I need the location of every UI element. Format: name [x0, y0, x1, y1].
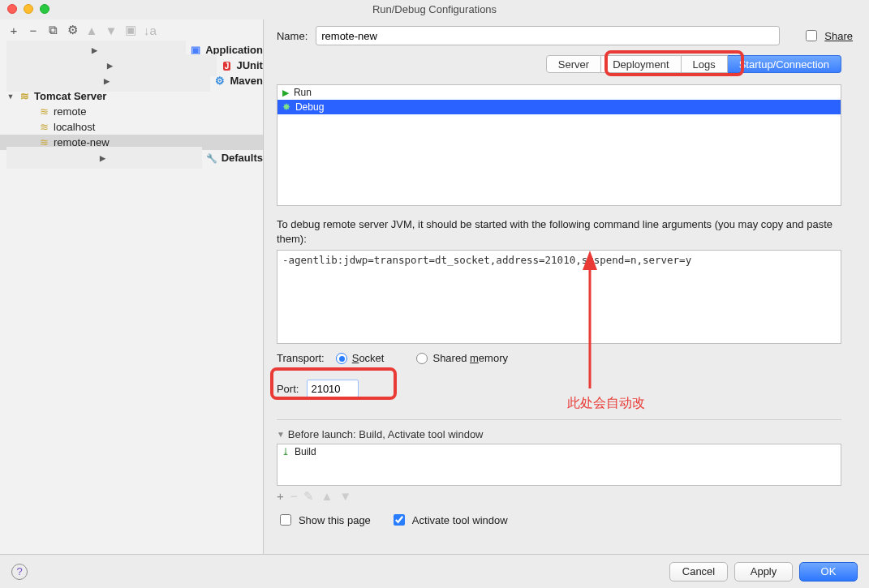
copy-icon[interactable]: ⧉	[45, 23, 60, 37]
help-icon[interactable]: ?	[11, 564, 28, 580]
tree-maven[interactable]: Maven	[0, 73, 263, 88]
tree-item-remote[interactable]: remote	[0, 104, 263, 119]
radio-icon	[336, 353, 347, 364]
chevron-right-icon	[6, 70, 210, 92]
show-page-checkbox[interactable]: Show this page	[277, 512, 371, 528]
sidebar-toolbar: + − ⧉ ⚙ ▲ ▼ ▣ ↓a	[0, 19, 263, 41]
radio-socket[interactable]: Socket	[336, 352, 385, 364]
port-input[interactable]	[307, 380, 359, 397]
tab-server[interactable]: Server	[546, 55, 601, 73]
tomcat-icon	[37, 121, 50, 133]
transport-label: Transport:	[277, 352, 325, 364]
share-checkbox[interactable]: Share	[802, 28, 853, 44]
tabs: Server Deployment Logs Startup/Connectio…	[546, 55, 841, 73]
ok-button[interactable]: OK	[799, 562, 858, 582]
tab-startup-connection[interactable]: Startup/Connection	[728, 55, 841, 73]
name-input[interactable]	[316, 26, 780, 45]
tab-deployment[interactable]: Deployment	[601, 55, 681, 73]
check-label: Activate tool window	[412, 514, 508, 526]
down-icon[interactable]: ▼	[104, 23, 118, 37]
tree-label: Defaults	[222, 152, 263, 164]
before-launch-label[interactable]: ▼ Before launch: Build, Activate tool wi…	[277, 428, 853, 440]
cancel-button[interactable]: Cancel	[669, 562, 728, 582]
radio-shared[interactable]: Shared memory	[416, 352, 508, 364]
window-title: Run/Debug Configurations	[0, 3, 869, 15]
radio-icon	[416, 353, 428, 364]
add-icon[interactable]: +	[277, 489, 284, 504]
details-panel: Name: Share Server Deployment Logs Start…	[264, 19, 869, 554]
add-icon[interactable]: +	[6, 23, 21, 37]
activate-tool-window-checkbox[interactable]: Activate tool window	[390, 512, 508, 528]
build-icon: ⤓	[282, 446, 290, 457]
up-icon[interactable]: ▲	[84, 23, 99, 37]
dialog-buttons: ? Cancel Apply OK	[0, 554, 869, 588]
config-tree[interactable]: Application JUnit Maven Tomcat Server re…	[0, 41, 263, 554]
tree-item-localhost[interactable]: localhost	[0, 119, 263, 135]
check-label: Show this page	[299, 514, 371, 526]
chevron-down-icon: ▼	[277, 430, 285, 439]
before-launch-list[interactable]: ⤓ Build	[277, 444, 841, 486]
tomcat-icon	[18, 90, 31, 102]
annotation-text: 此处会自动改	[567, 395, 645, 412]
port-label: Port:	[277, 383, 299, 395]
tree-label: Maven	[230, 75, 262, 87]
chevron-right-icon	[6, 147, 202, 169]
launch-mode-list[interactable]: ▶ Run ✸ Debug	[277, 84, 841, 206]
edit-icon[interactable]: ✎	[303, 489, 314, 504]
tree-label: remote	[54, 105, 86, 118]
apply-button[interactable]: Apply	[734, 562, 793, 582]
list-item: Build	[295, 446, 316, 457]
sort-icon[interactable]: ↓a	[143, 23, 157, 37]
args-description: To debug remote server JVM, it should be…	[277, 217, 853, 247]
maven-icon	[213, 75, 226, 87]
sidebar: + − ⧉ ⚙ ▲ ▼ ▣ ↓a Application JUnit	[0, 19, 264, 554]
tree-label: localhost	[54, 121, 95, 133]
jvm-args-box[interactable]: -agentlib:jdwp=transport=dt_socket,addre…	[277, 250, 841, 344]
settings-icon[interactable]: ⚙	[65, 23, 80, 37]
chevron-down-icon	[6, 92, 15, 101]
tree-label: Tomcat Server	[34, 90, 106, 102]
down-icon[interactable]: ▼	[339, 489, 351, 504]
list-label: Debug	[295, 101, 324, 113]
titlebar: Run/Debug Configurations	[0, 0, 869, 19]
tomcat-icon	[37, 105, 50, 118]
folder-icon[interactable]: ▣	[123, 23, 138, 37]
radio-label: ocket	[359, 352, 384, 364]
remove-icon[interactable]: −	[26, 23, 41, 37]
jvm-args-text: -agentlib:jdwp=transport=dt_socket,addre…	[282, 254, 691, 266]
name-label: Name:	[277, 30, 308, 42]
remove-icon[interactable]: −	[290, 489, 298, 504]
wrench-icon	[205, 152, 218, 164]
play-icon: ▶	[282, 88, 289, 98]
share-label: Share	[824, 30, 853, 42]
tree-label: JUnit	[236, 59, 263, 71]
list-item-run[interactable]: ▶ Run	[277, 85, 841, 100]
tab-logs[interactable]: Logs	[682, 55, 728, 73]
list-item-debug[interactable]: ✸ Debug	[277, 100, 841, 114]
up-icon[interactable]: ▲	[320, 489, 333, 504]
before-launch-toolbar: + − ✎ ▲ ▼	[277, 489, 853, 504]
junit-icon	[220, 59, 233, 71]
bug-icon: ✸	[282, 101, 290, 113]
separator	[277, 419, 841, 420]
list-label: Run	[294, 87, 312, 98]
tree-defaults[interactable]: Defaults	[0, 150, 263, 165]
